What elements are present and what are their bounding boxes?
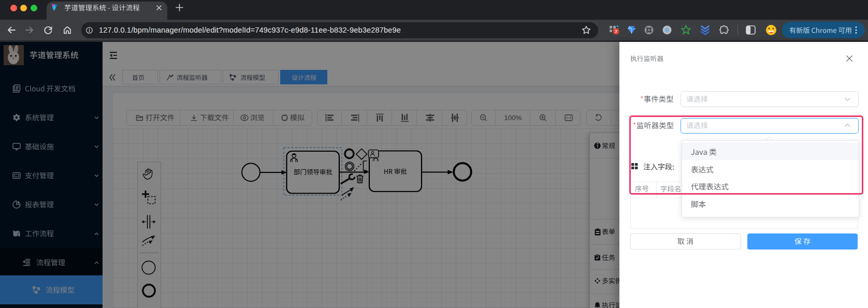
svg-text:7: 7 [615, 29, 617, 34]
